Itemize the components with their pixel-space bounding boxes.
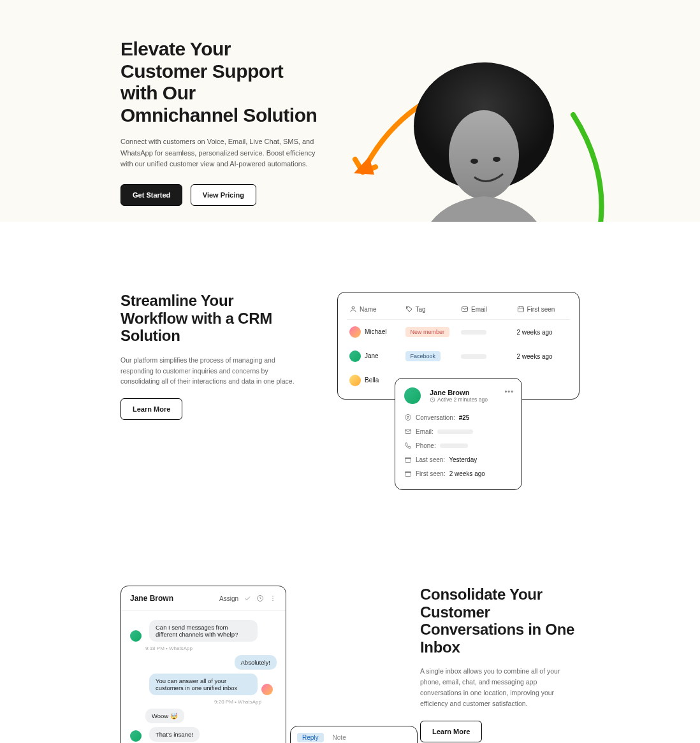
svg-point-5	[352, 307, 354, 309]
hero-title: Elevate Your Customer Support with Our O…	[120, 38, 318, 126]
svg-point-6	[407, 308, 408, 308]
detail-name: Jane Brown	[430, 389, 488, 396]
message-bubble: You can answer all of your customers in …	[149, 674, 258, 695]
hero-section: Elevate Your Customer Support with Our O…	[0, 0, 700, 222]
view-pricing-button[interactable]: View Pricing	[191, 184, 256, 206]
svg-point-15	[272, 598, 273, 599]
crm-learn-more-button[interactable]: Learn More	[120, 398, 182, 420]
column-tag: Tag	[405, 305, 456, 313]
svg-point-4	[493, 157, 500, 162]
crm-section: Streamline Your Workflow with a CRM Solu…	[0, 222, 700, 560]
inbox-subtitle: A single inbox allows you to combine all…	[420, 666, 580, 709]
table-row[interactable]: Jane Facebook 2 weeks ago	[347, 344, 570, 368]
message-bubble: Woow 🤯	[145, 709, 184, 723]
svg-rect-8	[518, 307, 523, 312]
clock-icon[interactable]	[256, 595, 264, 602]
more-icon[interactable]: •••	[504, 387, 514, 395]
svg-point-3	[470, 159, 478, 164]
column-first-seen: First seen	[517, 305, 568, 313]
avatar	[404, 387, 421, 404]
tab-reply[interactable]: Reply	[297, 733, 324, 742]
message-bubble: Can I send messages from different chann…	[149, 620, 258, 642]
inbox-title: Consolidate Your Customer Conversations …	[420, 586, 580, 656]
avatar	[130, 730, 142, 742]
chat-title: Jane Brown	[130, 594, 173, 603]
column-email: Email	[461, 305, 512, 313]
crm-subtitle: Our platform simplifies the process of m…	[120, 355, 299, 387]
svg-rect-12	[405, 472, 411, 477]
assign-button[interactable]: Assign	[219, 595, 238, 602]
more-vertical-icon[interactable]	[269, 595, 277, 602]
inbox-learn-more-button[interactable]: Learn More	[420, 721, 482, 742]
hero-subtitle: Connect with customers on Voice, Email, …	[120, 136, 318, 170]
message-bubble: That's insane!	[149, 727, 200, 742]
compose-card: Reply Note Type your message Send	[290, 726, 418, 743]
svg-point-2	[449, 110, 519, 199]
tab-note[interactable]: Note	[330, 733, 349, 742]
timestamp: 9:18 PM • WhatsApp	[145, 646, 277, 651]
column-name: Name	[349, 305, 400, 313]
get-started-button[interactable]: Get Started	[120, 184, 182, 206]
chat-card: Jane Brown Assign Can I send messages fr…	[120, 586, 286, 743]
svg-point-14	[272, 596, 273, 597]
check-icon[interactable]	[244, 595, 251, 602]
svg-point-16	[272, 600, 273, 602]
contact-detail-card: ••• Jane Brown Active 2 minutes ago Conv…	[395, 378, 522, 490]
detail-status: Active 2 minutes ago	[430, 396, 488, 403]
avatar	[261, 684, 273, 695]
hero-image	[337, 38, 631, 222]
svg-rect-11	[405, 458, 411, 463]
avatar	[130, 630, 142, 642]
inbox-section: Jane Brown Assign Can I send messages fr…	[0, 560, 700, 743]
crm-title: Streamline Your Workflow with a CRM Solu…	[120, 292, 299, 345]
message-bubble: Absolutely!	[235, 655, 277, 670]
timestamp: 9:20 PM • WhatsApp	[130, 699, 261, 705]
table-row[interactable]: Michael New member 2 weeks ago	[347, 320, 570, 344]
